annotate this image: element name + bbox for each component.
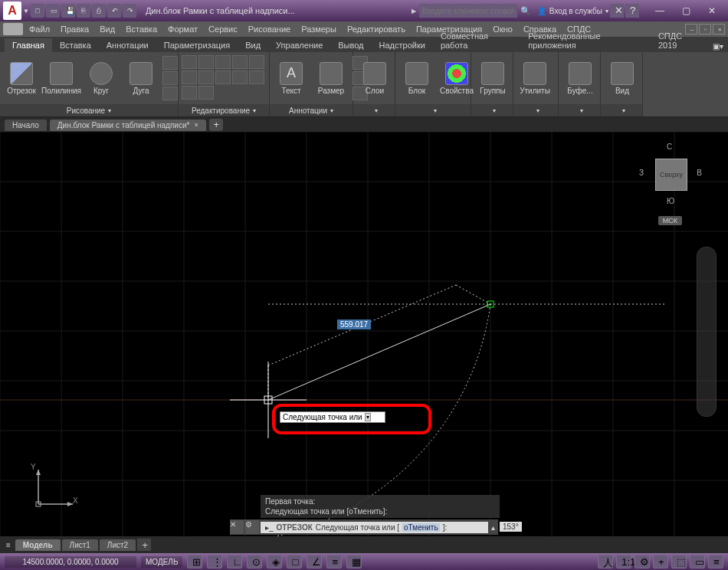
menu-edit[interactable]: Правка	[56, 24, 93, 34]
qat-new-icon[interactable]: □	[31, 4, 44, 18]
navigation-bar[interactable]	[697, 247, 717, 417]
app-small-icon[interactable]	[3, 23, 23, 35]
qat-save-icon[interactable]: 💾	[61, 4, 75, 18]
customize-status[interactable]: ≡	[708, 555, 723, 568]
polar-toggle[interactable]: ⊙	[247, 555, 262, 568]
search-input[interactable]	[419, 4, 517, 18]
menu-modify[interactable]: Редактировать	[343, 24, 410, 34]
ribbon-tab-collab[interactable]: Совместная работа	[433, 29, 520, 52]
stretch-button[interactable]	[232, 70, 248, 84]
menu-tools[interactable]: Сервис	[204, 24, 242, 34]
layers-button[interactable]: Слои	[356, 61, 393, 97]
annotation-monitor[interactable]: +	[653, 555, 668, 568]
view-button[interactable]: Вид	[604, 61, 641, 97]
units-toggle[interactable]: ⬚	[671, 555, 687, 568]
viewcube-face[interactable]: Сверху	[655, 159, 687, 191]
layout-tab-2[interactable]: Лист2	[100, 539, 136, 551]
workspace-switch[interactable]: ⚙	[635, 555, 650, 568]
cmdline-handle-icon[interactable]: ✕	[230, 520, 244, 534]
ucs-label[interactable]: МСК	[658, 216, 682, 225]
file-tab-add[interactable]: +	[209, 119, 223, 131]
menu-draw[interactable]: Рисование	[244, 24, 295, 34]
utilities-button[interactable]: Утилиты	[516, 61, 553, 97]
search-icon[interactable]: 🔍	[520, 6, 531, 16]
dimension-button[interactable]: Размер	[313, 61, 349, 97]
qat-open-icon[interactable]: ▭	[46, 4, 60, 18]
osnap-toggle[interactable]: □	[287, 555, 302, 568]
scale-button[interactable]	[249, 70, 264, 84]
panel-layers-title[interactable]	[353, 104, 395, 116]
qat-plot-icon[interactable]: ⎙	[92, 4, 106, 18]
erase-button[interactable]	[232, 55, 248, 69]
line-button[interactable]: Отрезок	[3, 61, 40, 97]
panel-annotation-title[interactable]: Аннотации	[270, 104, 353, 116]
explode-button[interactable]	[215, 70, 231, 84]
qat-redo-icon[interactable]: ↷	[123, 4, 136, 18]
ribbon-tab-parametric[interactable]: Параметризация	[156, 38, 238, 52]
grid-toggle[interactable]: ⊞	[187, 555, 202, 568]
panel-clipboard-title[interactable]	[559, 104, 600, 116]
lineweight-toggle[interactable]: ≡	[326, 555, 342, 568]
panel-block-title[interactable]	[395, 104, 471, 116]
ribbon-tab-view[interactable]: Вид	[238, 38, 268, 52]
layout-tab-menu-icon[interactable]: ≡	[3, 541, 14, 549]
transparency-toggle[interactable]: ▦	[346, 555, 362, 568]
app-menu-chevron-icon[interactable]: ▼	[23, 8, 29, 15]
command-input[interactable]: ▸_ ОТРЕЗОК Следующая точка или [ оТменит…	[261, 522, 488, 533]
ribbon-tab-output[interactable]: Вывод	[330, 38, 371, 52]
mdi-close[interactable]: ×	[713, 24, 725, 34]
ribbon-tab-spds[interactable]: СПДС 2019	[651, 29, 708, 52]
draw-extra-3[interactable]	[162, 87, 178, 100]
file-tab-doc[interactable]: Дин.блок Рамки с таблицей надписи*×	[50, 120, 206, 131]
coordinate-display[interactable]: 14500.0000, 0.0000, 0.0000	[5, 556, 136, 568]
draw-extra-2[interactable]	[162, 71, 178, 85]
help-icon[interactable]: ?	[625, 4, 639, 18]
trim-button[interactable]	[215, 55, 231, 69]
draw-extra-1[interactable]	[162, 56, 178, 70]
layout-tab-1[interactable]: Лист1	[62, 539, 98, 551]
otrack-toggle[interactable]: ∠	[307, 555, 322, 568]
move-button[interactable]	[182, 55, 197, 69]
search-chevron-icon[interactable]: ▶	[412, 8, 416, 15]
menu-format[interactable]: Формат	[163, 24, 202, 34]
panel-utilities-title[interactable]	[513, 104, 558, 116]
ribbon-tab-manage[interactable]: Управление	[268, 38, 330, 52]
menu-dimensions[interactable]: Размеры	[297, 24, 341, 34]
model-tab[interactable]: Модель	[15, 539, 61, 551]
cmdline-recent-icon[interactable]: ▴	[488, 523, 498, 532]
signin-area[interactable]: 👤 Вход в службы ▾	[537, 7, 608, 15]
ucs-icon[interactable]: X Y	[31, 466, 77, 513]
drawing-canvas[interactable]: 559.017 Следующая точка или ▾ X Y С Ю В …	[0, 132, 728, 536]
exchange-icon[interactable]: ✕	[610, 4, 624, 18]
cmd-option[interactable]: оТменить	[402, 523, 440, 532]
status-mode[interactable]: МОДЕЛЬ	[141, 556, 182, 568]
array-button[interactable]	[182, 86, 197, 100]
snap-toggle[interactable]: ⋮⋮	[207, 555, 222, 568]
qat-saveas-icon[interactable]: ⎘	[77, 4, 90, 18]
mirror-button[interactable]	[182, 70, 197, 84]
text-button[interactable]: AТекст	[273, 61, 310, 97]
dynamic-input[interactable]: Следующая точка или ▾	[280, 411, 385, 423]
polyline-button[interactable]: Полилиния	[43, 61, 80, 97]
minimize-button[interactable]: —	[647, 3, 673, 18]
layout-tab-add[interactable]: +	[137, 539, 151, 551]
copy-button[interactable]	[249, 55, 264, 69]
menu-view[interactable]: Вид	[95, 24, 120, 34]
ortho-toggle[interactable]: ∟	[227, 555, 242, 568]
qat-undo-icon[interactable]: ↶	[107, 4, 121, 18]
menu-file[interactable]: Файл	[25, 24, 54, 34]
command-line[interactable]: ✕ ⚙ ▸_ ОТРЕЗОК Следующая точка или [ оТм…	[230, 519, 498, 535]
dynamic-options-icon[interactable]: ▾	[365, 413, 371, 421]
viewcube-east[interactable]: В	[697, 169, 702, 177]
isoplane-toggle[interactable]: ◈	[267, 555, 282, 568]
menu-insert[interactable]: Вставка	[121, 24, 162, 34]
panel-groups-title[interactable]	[471, 104, 513, 116]
arc-button[interactable]: Дуга	[123, 61, 159, 97]
quick-properties[interactable]: ▭	[690, 555, 705, 568]
clipboard-button[interactable]: Буфе...	[562, 61, 598, 97]
app-logo[interactable]: A	[3, 2, 21, 20]
ribbon-tab-insert[interactable]: Вставка	[52, 38, 99, 52]
panel-view-title[interactable]	[601, 104, 642, 116]
file-tab-start[interactable]: Начало	[5, 120, 47, 131]
panel-modify-title[interactable]: Редактирование	[179, 104, 269, 116]
